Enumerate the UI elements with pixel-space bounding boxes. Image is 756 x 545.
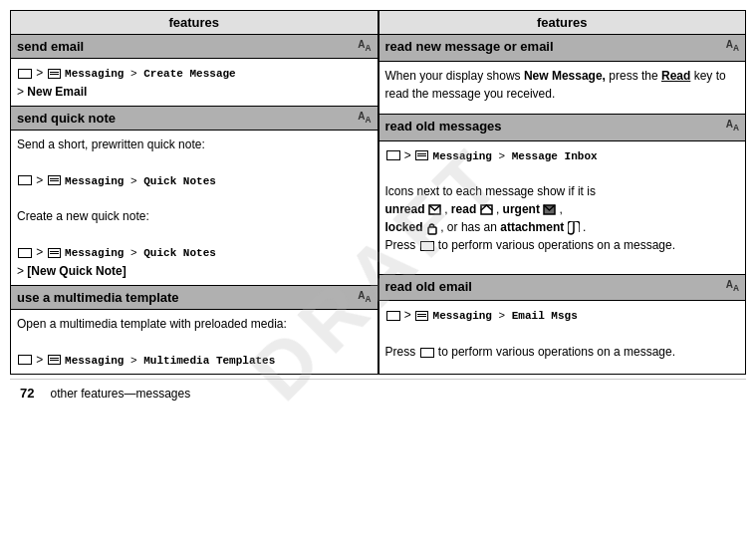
right-table-header: features (378, 11, 746, 35)
read-new-content: When your display shows New Message, pre… (378, 61, 746, 114)
read-new-body: When your display shows New Message, pre… (378, 61, 746, 114)
menu-btn-icon-5 (386, 150, 400, 160)
read-old-email-body: > Messaging > Email Msgs Press to perfor… (378, 301, 746, 375)
read-new-header: read new message or email AA (378, 35, 746, 62)
right-table: features read new message or email AA Wh… (378, 10, 747, 375)
multimedia-header: use a multimedia template AA (11, 285, 378, 309)
left-table-header: features (11, 11, 378, 35)
menu-btn-icon-4 (18, 355, 32, 365)
read-old-msgs-header: read old messages AA (378, 114, 746, 140)
accessibility-icon-6: AA (726, 279, 739, 293)
menu-btn-icon-8 (420, 348, 434, 358)
urgent-icon (543, 204, 556, 215)
multimedia-content: Open a multimedia template with preloade… (11, 309, 378, 375)
read-old-email-content: > Messaging > Email Msgs Press to perfor… (378, 301, 746, 375)
left-table: features send email AA > Messag (10, 10, 378, 375)
section-multimedia: use a multimedia template AA (11, 285, 378, 309)
section-send-email: send email AA (11, 35, 378, 59)
multimedia-body: Open a multimedia template with preloade… (11, 309, 378, 375)
messaging-icon-2 (48, 175, 61, 185)
messaging-icon (48, 69, 61, 79)
accessibility-icon-5: AA (726, 119, 739, 133)
section-read-old-email: read old email AA (378, 274, 746, 301)
tables-row: features send email AA > Messag (10, 10, 746, 375)
svg-rect-3 (428, 227, 436, 234)
send-email-content: > Messaging > Create Message > New Email (11, 59, 378, 107)
menu-btn-icon-3 (18, 248, 32, 258)
page-number: 72 (20, 386, 34, 401)
section-read-new: read new message or email AA (378, 35, 746, 62)
read-old-msgs-content: > Messaging > Message Inbox Icons next t… (378, 140, 746, 274)
accessibility-icon-3: AA (358, 290, 371, 304)
send-email-body: > Messaging > Create Message > New Email (11, 59, 378, 107)
read-old-msgs-body: > Messaging > Message Inbox Icons next t… (378, 140, 746, 274)
send-quick-note-content: Send a short, prewritten quick note: > M… (11, 130, 378, 285)
read-icon (480, 204, 493, 215)
bottom-bar: 72 other features—messages (10, 379, 746, 407)
menu-btn-icon-7 (386, 311, 400, 321)
accessibility-icon-1: AA (358, 39, 371, 53)
menu-btn-icon-6 (420, 241, 434, 251)
messaging-icon-4 (48, 355, 61, 365)
send-email-header: send email AA (11, 35, 378, 59)
bottom-label: other features—messages (50, 387, 190, 401)
section-read-old-msgs: read old messages AA (378, 114, 746, 140)
read-old-email-header: read old email AA (378, 274, 746, 301)
messaging-icon-5 (415, 150, 428, 160)
menu-button-icon (18, 69, 32, 79)
accessibility-icon-4: AA (726, 39, 739, 53)
locked-icon (426, 221, 437, 235)
messaging-icon-6 (415, 311, 428, 321)
section-send-quick-note: send quick note AA (11, 106, 378, 130)
messaging-icon-3 (48, 248, 61, 258)
page-wrapper: features send email AA > Messag (0, 0, 756, 436)
attachment-icon (568, 221, 580, 235)
accessibility-icon-2: AA (358, 111, 371, 125)
unread-icon (428, 204, 441, 215)
menu-btn-icon-2 (18, 175, 32, 185)
send-quick-note-body: Send a short, prewritten quick note: > M… (11, 130, 378, 285)
send-quick-note-header: send quick note AA (11, 106, 378, 130)
